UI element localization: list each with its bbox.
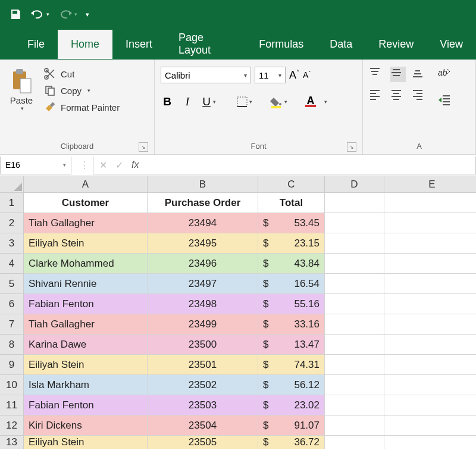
cell[interactable] <box>325 314 384 335</box>
orientation-button[interactable]: ab <box>438 67 451 79</box>
worksheet-grid[interactable]: A B C D E 1CustomerPurchase OrderTotal2T… <box>0 176 476 449</box>
row-header[interactable]: 8 <box>0 335 24 355</box>
cell[interactable]: 23495 <box>148 233 258 254</box>
cell[interactable]: Eiliyah Stein <box>24 233 148 254</box>
cell[interactable]: $23.02 <box>258 395 325 415</box>
row-header[interactable]: 2 <box>0 213 24 233</box>
decrease-font-icon[interactable]: A˅ <box>303 70 311 80</box>
cell[interactable] <box>384 314 476 335</box>
cell[interactable] <box>384 355 476 375</box>
cell[interactable] <box>384 415 476 436</box>
cell[interactable] <box>325 274 384 294</box>
cell[interactable]: $56.12 <box>258 375 325 395</box>
cell[interactable] <box>384 375 476 395</box>
cell[interactable] <box>325 355 384 375</box>
cell[interactable]: Tiah Gallagher <box>24 314 148 335</box>
cell[interactable]: Fabian Fenton <box>24 294 148 314</box>
cell[interactable]: $53.45 <box>258 213 325 233</box>
align-top-icon[interactable] <box>369 67 384 82</box>
cell[interactable]: Isla Markham <box>24 375 148 395</box>
col-header-a[interactable]: A <box>24 176 148 193</box>
name-box[interactable]: E16 ▾ <box>0 157 71 174</box>
cell[interactable] <box>325 436 384 449</box>
cell[interactable]: 23503 <box>148 395 258 415</box>
cell[interactable]: Fabian Fenton <box>24 395 148 415</box>
col-header-d[interactable]: D <box>325 176 384 193</box>
cut-button[interactable]: Cut <box>44 68 120 80</box>
row-header[interactable]: 6 <box>0 294 24 314</box>
align-left-icon[interactable] <box>369 88 384 104</box>
cell[interactable]: 23502 <box>148 375 258 395</box>
row-header[interactable]: 1 <box>0 193 24 213</box>
redo-icon[interactable]: ▾ <box>58 8 77 20</box>
cell[interactable] <box>325 193 384 213</box>
select-all-corner[interactable] <box>0 176 24 193</box>
cell[interactable]: 23501 <box>148 355 258 375</box>
cell[interactable]: $55.16 <box>258 294 325 314</box>
row-header[interactable]: 11 <box>0 395 24 415</box>
align-right-icon[interactable] <box>412 88 427 104</box>
row-header[interactable]: 10 <box>0 375 24 395</box>
row-header[interactable]: 5 <box>0 274 24 294</box>
cell[interactable]: $33.16 <box>258 314 325 335</box>
cell[interactable]: Eiliyah Stein <box>24 436 148 449</box>
cell[interactable]: $74.31 <box>258 355 325 375</box>
row-header[interactable]: 9 <box>0 355 24 375</box>
cell[interactable] <box>325 233 384 254</box>
cell[interactable]: Kiri Dickens <box>24 415 148 436</box>
cell[interactable] <box>325 213 384 233</box>
cell[interactable] <box>384 193 476 213</box>
cell[interactable]: Shivani Rennie <box>24 274 148 294</box>
align-middle-icon[interactable] <box>390 67 406 82</box>
cell[interactable]: Clarke Mohammed <box>24 254 148 274</box>
cell[interactable]: 23496 <box>148 254 258 274</box>
cell[interactable] <box>325 395 384 415</box>
cell[interactable]: $36.72 <box>258 436 325 449</box>
cell[interactable] <box>384 274 476 294</box>
cell[interactable] <box>325 375 384 395</box>
align-bottom-icon[interactable] <box>412 67 427 82</box>
tab-review[interactable]: Review <box>365 30 427 59</box>
col-header-c[interactable]: C <box>258 176 325 193</box>
cell[interactable]: 23499 <box>148 314 258 335</box>
cell[interactable]: Purchase Order <box>148 193 258 213</box>
font-dialog-launcher[interactable]: ↘ <box>347 142 356 152</box>
tab-view[interactable]: View <box>427 30 476 59</box>
fx-icon[interactable]: fx <box>131 160 139 170</box>
cell[interactable]: $16.54 <box>258 274 325 294</box>
cell[interactable]: 23497 <box>148 274 258 294</box>
cell[interactable]: Tiah Gallagher <box>24 213 148 233</box>
copy-button[interactable]: Copy ▾ <box>44 85 120 96</box>
col-header-b[interactable]: B <box>148 176 258 193</box>
fill-color-button[interactable]: ▾ <box>270 95 287 108</box>
cell[interactable]: Customer <box>24 193 148 213</box>
enter-formula-icon[interactable]: ✓ <box>115 160 123 171</box>
cell[interactable]: 23494 <box>148 213 258 233</box>
cell[interactable] <box>384 233 476 254</box>
align-center-icon[interactable] <box>390 88 406 104</box>
cell[interactable]: 23504 <box>148 415 258 436</box>
italic-button[interactable]: I <box>181 95 194 108</box>
tab-data[interactable]: Data <box>317 30 365 59</box>
increase-font-icon[interactable]: A˄ <box>289 69 299 82</box>
cell[interactable] <box>384 254 476 274</box>
decrease-indent-button[interactable] <box>438 94 451 106</box>
cell[interactable] <box>325 254 384 274</box>
cell[interactable] <box>384 335 476 355</box>
font-size-combo[interactable]: 11 ▾ <box>255 67 286 83</box>
cell[interactable]: Total <box>258 193 325 213</box>
tab-pagelayout[interactable]: Page Layout <box>165 23 246 65</box>
cell[interactable]: 23505 <box>148 436 258 449</box>
cell[interactable]: $91.07 <box>258 415 325 436</box>
formula-input[interactable] <box>145 157 476 174</box>
customize-qat-icon[interactable]: ▾ <box>86 11 89 18</box>
format-painter-button[interactable]: Format Painter <box>44 101 120 113</box>
tab-home[interactable]: Home <box>58 30 112 59</box>
save-icon[interactable] <box>10 8 21 20</box>
cell[interactable]: $13.47 <box>258 335 325 355</box>
font-color-button[interactable]: A <box>305 96 316 107</box>
row-header[interactable]: 4 <box>0 254 24 274</box>
cell[interactable] <box>384 436 476 449</box>
cell[interactable]: $23.15 <box>258 233 325 254</box>
clipboard-dialog-launcher[interactable]: ↘ <box>139 142 148 152</box>
